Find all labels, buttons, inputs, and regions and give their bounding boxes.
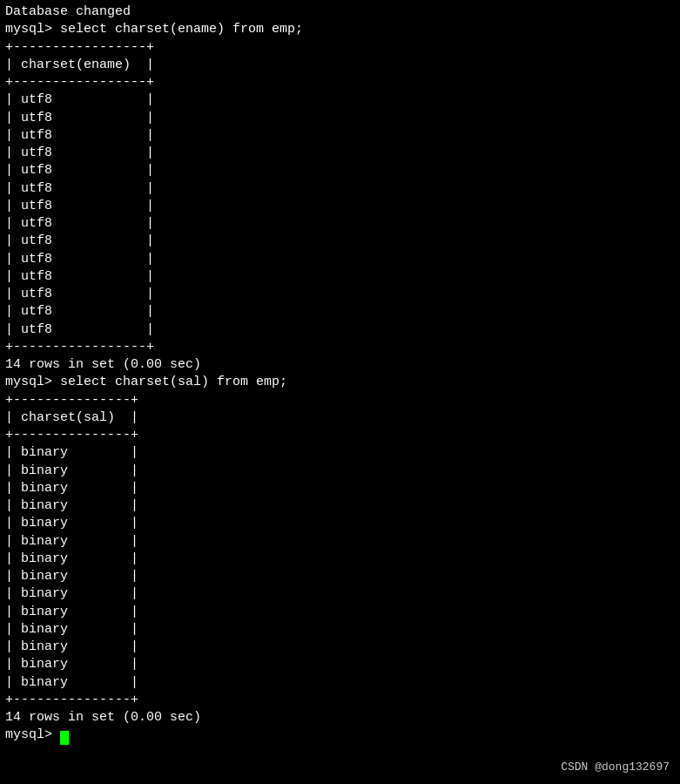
terminal-line: | utf8 |: [5, 286, 675, 303]
terminal-line: | utf8 |: [5, 198, 675, 215]
terminal-cursor: [60, 731, 69, 745]
watermark: CSDN @dong132697: [561, 760, 670, 775]
terminal-line: | binary |: [5, 444, 675, 462]
terminal-line: | utf8 |: [5, 145, 675, 162]
terminal-line: | binary |: [5, 515, 675, 532]
terminal-line: mysql> select charset(sal) from emp;: [5, 374, 675, 391]
terminal-line: | binary |: [5, 674, 675, 692]
terminal-line: | utf8 |: [5, 215, 675, 233]
terminal-line: | binary |: [5, 480, 675, 497]
terminal-line: | utf8 |: [5, 321, 675, 339]
terminal-line: | utf8 |: [5, 180, 675, 198]
terminal-line: | binary |: [5, 621, 675, 639]
terminal-line: | binary |: [5, 656, 675, 673]
terminal-line: | binary |: [5, 551, 675, 568]
terminal-line: | binary |: [5, 497, 675, 515]
terminal-line: +-----------------+: [5, 74, 675, 91]
terminal-line: | binary |: [5, 585, 675, 603]
terminal-line: | charset(sal) |: [5, 409, 675, 427]
terminal-line: | utf8 |: [5, 91, 675, 109]
terminal-line: +---------------+: [5, 427, 675, 444]
terminal-line: | binary |: [5, 568, 675, 585]
terminal-line: | binary |: [5, 463, 675, 480]
terminal-line: | utf8 |: [5, 110, 675, 127]
terminal-line: mysql>: [5, 727, 675, 744]
terminal-line: | utf8 |: [5, 127, 675, 145]
terminal-line: | utf8 |: [5, 303, 675, 321]
terminal-line: | binary |: [5, 533, 675, 551]
terminal-line: +---------------+: [5, 392, 675, 409]
terminal-line: | charset(ename) |: [5, 57, 675, 74]
terminal-line: | utf8 |: [5, 162, 675, 179]
terminal-content: Database changedmysql> select charset(en…: [5, 3, 675, 745]
terminal-line: | utf8 |: [5, 268, 675, 286]
terminal-line: | utf8 |: [5, 251, 675, 268]
terminal-line: 14 rows in set (0.00 sec): [5, 709, 675, 727]
terminal-line: | binary |: [5, 639, 675, 656]
terminal-window: Database changedmysql> select charset(en…: [0, 0, 680, 784]
terminal-line: +-----------------+: [5, 339, 675, 356]
terminal-line: | utf8 |: [5, 233, 675, 250]
terminal-line: Database changed: [5, 3, 675, 21]
terminal-line: +---------------+: [5, 692, 675, 709]
terminal-line: | binary |: [5, 604, 675, 621]
terminal-line: +-----------------+: [5, 39, 675, 57]
terminal-line: 14 rows in set (0.00 sec): [5, 356, 675, 374]
terminal-line: mysql> select charset(ename) from emp;: [5, 21, 675, 38]
